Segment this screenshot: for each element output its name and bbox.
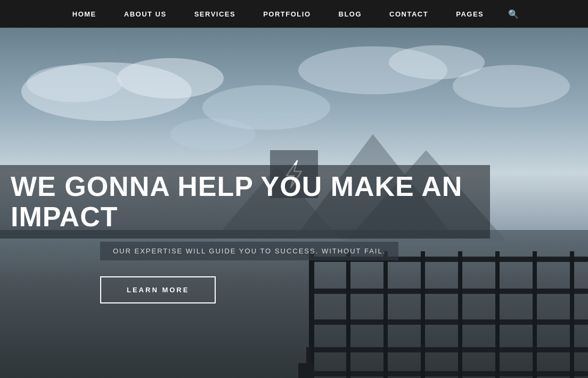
nav-item-about-us[interactable]: ABOUT US bbox=[110, 0, 181, 28]
hero-title: WE GONNA HELP YOU MAKE AN IMPACT bbox=[0, 171, 479, 232]
search-icon[interactable]: 🔍 bbox=[497, 0, 529, 28]
hero-cta-wrapper: LEARN MORE bbox=[100, 276, 588, 303]
hero-section: WE GONNA HELP YOU MAKE AN IMPACT OUR EXP… bbox=[0, 28, 588, 378]
nav-item-contact[interactable]: CONTACT bbox=[375, 0, 442, 28]
navbar: HOME ABOUT US SERVICES PORTFOLIO BLOG CO… bbox=[0, 0, 588, 28]
hero-title-wrapper: WE GONNA HELP YOU MAKE AN IMPACT bbox=[0, 165, 490, 239]
hero-content: WE GONNA HELP YOU MAKE AN IMPACT OUR EXP… bbox=[0, 165, 588, 303]
nav-item-portfolio[interactable]: PORTFOLIO bbox=[249, 0, 324, 28]
learn-more-button[interactable]: LEARN MORE bbox=[100, 276, 216, 303]
nav-item-pages[interactable]: PAGES bbox=[442, 0, 497, 28]
nav-item-services[interactable]: SERVICES bbox=[181, 0, 250, 28]
nav-item-home[interactable]: HOME bbox=[59, 0, 110, 28]
hero-subtitle-wrapper: OUR EXPERTISE WILL GUIDE YOU TO SUCCESS.… bbox=[100, 242, 398, 260]
nav-item-blog[interactable]: BLOG bbox=[325, 0, 376, 28]
hero-subtitle: OUR EXPERTISE WILL GUIDE YOU TO SUCCESS.… bbox=[113, 247, 386, 255]
nav-items: HOME ABOUT US SERVICES PORTFOLIO BLOG CO… bbox=[59, 0, 529, 28]
